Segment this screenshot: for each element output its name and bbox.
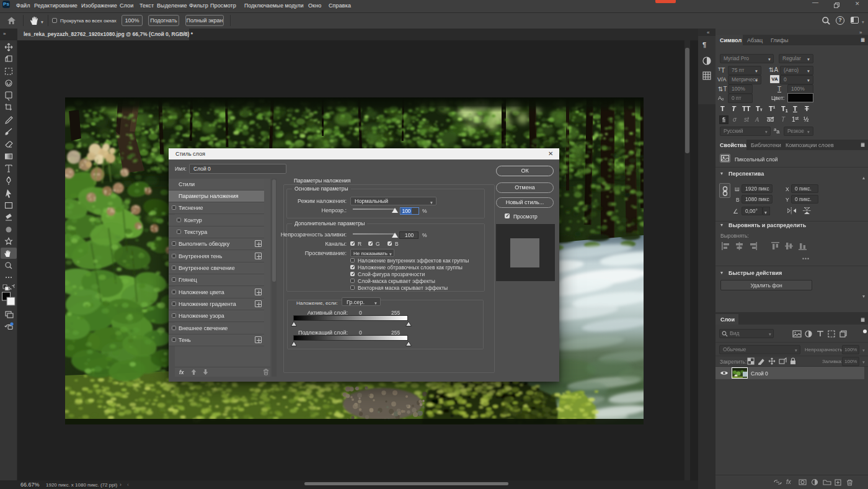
svg-text:fx: fx (786, 478, 792, 485)
